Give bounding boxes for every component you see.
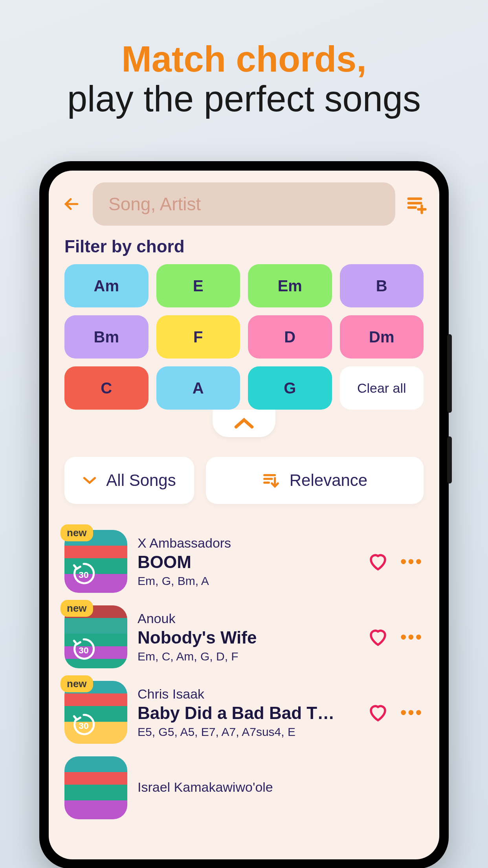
song-title: Baby Did a Bad Bad T… [138, 703, 356, 723]
chevron-down-icon [83, 476, 97, 485]
song-list: 30 new X Ambassadors BOOM Em, G, Bm, A •… [49, 520, 439, 826]
new-badge: new [61, 524, 93, 541]
app-screen: Song, Artist Filter by chord Am E Em B B… [49, 171, 439, 859]
heart-icon [367, 626, 389, 647]
new-badge: new [61, 675, 93, 692]
song-artist: X Ambassadors [138, 535, 356, 551]
song-item[interactable]: 30 new Chris Isaak Baby Did a Bad Bad T…… [64, 675, 424, 750]
chord-chip-d[interactable]: D [248, 315, 332, 359]
sort-icon [262, 471, 280, 489]
chord-chip-g[interactable]: G [248, 366, 332, 410]
song-item[interactable]: 30 new Anouk Nobody's Wife Em, C, Am, G,… [64, 599, 424, 675]
song-meta: Israel Kamakawiwo'ole [138, 780, 424, 796]
song-title: BOOM [138, 552, 356, 572]
favorite-button[interactable] [366, 550, 390, 573]
scope-filter-button[interactable]: All Songs [64, 457, 194, 504]
phone-side-button [447, 436, 452, 484]
song-meta: X Ambassadors BOOM Em, G, Bm, A [138, 535, 356, 588]
new-badge: new [61, 600, 93, 617]
headline-line1: Match chords, [0, 39, 488, 79]
svg-text:30: 30 [79, 645, 88, 655]
chord-chip-dm[interactable]: Dm [340, 315, 424, 359]
song-chords: Em, C, Am, G, D, F [138, 650, 356, 663]
search-input[interactable]: Song, Artist [93, 182, 395, 226]
chord-chip-am[interactable]: Am [64, 264, 149, 307]
playlist-add-icon [406, 193, 427, 215]
song-thumbnail-wrap: 30 new [64, 605, 127, 668]
heart-icon [367, 702, 389, 723]
clear-all-button[interactable]: Clear all [340, 366, 424, 410]
song-title: Nobody's Wife [138, 628, 356, 647]
filter-by-chord-label: Filter by chord [49, 226, 439, 264]
top-bar: Song, Artist [49, 171, 439, 226]
chord-chip-e[interactable]: E [156, 264, 240, 307]
chord-chip-f[interactable]: F [156, 315, 240, 359]
song-meta: Chris Isaak Baby Did a Bad Bad T… E5, G5… [138, 686, 356, 739]
headline-line2: play the perfect songs [0, 79, 488, 119]
song-thumbnail-wrap [64, 756, 127, 819]
favorite-button[interactable] [366, 701, 390, 724]
more-horizontal-icon: ••• [400, 627, 423, 647]
sort-order-button[interactable]: Relevance [206, 457, 424, 504]
collapse-filter-button[interactable] [213, 410, 275, 437]
song-chords: Em, G, Bm, A [138, 574, 356, 588]
song-artist: Israel Kamakawiwo'ole [138, 780, 424, 795]
replay-30-icon: 30 [70, 560, 97, 587]
sort-label: Relevance [290, 471, 367, 490]
song-chords: E5, G5, A5, E7, A7, A7sus4, E [138, 725, 356, 739]
phone-frame: Song, Artist Filter by chord Am E Em B B… [39, 161, 449, 868]
phone-side-button [447, 334, 452, 413]
song-thumbnail-wrap: 30 new [64, 681, 127, 744]
add-to-list-button[interactable] [405, 192, 428, 216]
heart-icon [367, 551, 389, 572]
replay-30-icon: 30 [70, 635, 97, 663]
more-button[interactable]: ••• [400, 625, 424, 649]
search-placeholder: Song, Artist [108, 193, 201, 215]
more-horizontal-icon: ••• [400, 702, 423, 722]
replay-30-icon: 30 [70, 711, 97, 738]
chord-chip-a[interactable]: A [156, 366, 240, 410]
sort-row: All Songs Relevance [49, 437, 439, 520]
song-artist: Chris Isaak [138, 686, 356, 702]
more-button[interactable]: ••• [400, 550, 424, 573]
song-artist: Anouk [138, 611, 356, 626]
chord-chip-c[interactable]: C [64, 366, 149, 410]
chevron-up-icon [233, 417, 255, 430]
favorite-button[interactable] [366, 625, 390, 649]
chord-grid: Am E Em B Bm F D Dm C A G Clear all [49, 264, 439, 410]
song-thumbnail [64, 756, 127, 819]
back-button[interactable] [60, 192, 83, 216]
song-thumbnail-wrap: 30 new [64, 530, 127, 593]
song-meta: Anouk Nobody's Wife Em, C, Am, G, D, F [138, 611, 356, 663]
svg-text:30: 30 [79, 721, 88, 731]
arrow-left-icon [62, 194, 81, 214]
more-horizontal-icon: ••• [400, 552, 423, 571]
chord-chip-em[interactable]: Em [248, 264, 332, 307]
marketing-headline: Match chords, play the perfect songs [0, 0, 488, 119]
song-item[interactable]: 30 new X Ambassadors BOOM Em, G, Bm, A •… [64, 524, 424, 599]
svg-text:30: 30 [79, 570, 88, 580]
song-item[interactable]: Israel Kamakawiwo'ole [64, 750, 424, 826]
chord-chip-bm[interactable]: Bm [64, 315, 149, 359]
scope-label: All Songs [106, 471, 176, 490]
chord-chip-b[interactable]: B [340, 264, 424, 307]
more-button[interactable]: ••• [400, 701, 424, 724]
